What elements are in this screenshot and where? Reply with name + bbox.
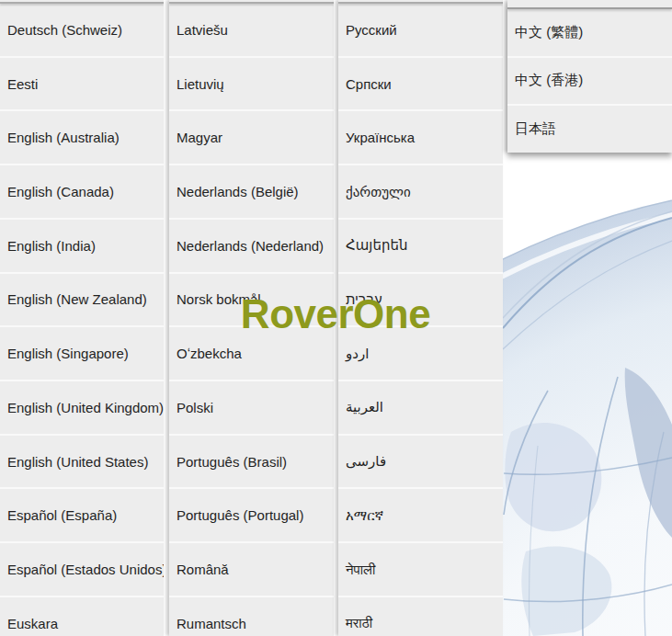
language-items-4: 中文 (繁體)中文 (香港)日本語	[507, 9, 672, 153]
language-item[interactable]: नेपाली	[338, 543, 503, 597]
language-item[interactable]: 中文 (香港)	[507, 58, 672, 107]
language-item[interactable]: Română	[169, 543, 334, 597]
language-item[interactable]: فارسی	[338, 436, 503, 490]
language-item[interactable]: Русский	[338, 4, 503, 58]
language-item[interactable]: ქართული	[338, 165, 503, 220]
language-item[interactable]: Magyar	[169, 111, 334, 165]
language-item[interactable]: Nederlands (Nederland)	[169, 220, 334, 274]
language-item[interactable]: العربية	[338, 381, 503, 436]
language-item[interactable]: Euskara	[0, 597, 164, 636]
language-item[interactable]: English (India)	[0, 220, 164, 274]
language-item[interactable]: Polski	[169, 381, 334, 436]
language-item[interactable]: Eesti	[0, 58, 164, 112]
language-item[interactable]: Nederlands (België)	[169, 165, 334, 220]
column-top-divider	[507, 0, 672, 9]
language-item[interactable]: मराठी	[338, 597, 503, 636]
language-list-column-4[interactable]: 中文 (繁體)中文 (香港)日本語	[507, 0, 672, 153]
language-item[interactable]: English (Singapore)	[0, 327, 164, 381]
language-item[interactable]: Հայերեն	[338, 220, 503, 274]
language-item[interactable]: Español (Estados Unidos)	[0, 543, 164, 597]
language-item[interactable]: Español (España)	[0, 489, 164, 543]
language-item[interactable]: 中文 (繁體)	[507, 9, 672, 58]
language-items-1: Deutsch (Schweiz)EestiEnglish (Australia…	[0, 4, 164, 636]
language-item[interactable]: English (New Zealand)	[0, 274, 164, 328]
language-item[interactable]: 日本語	[507, 106, 672, 153]
language-item[interactable]: Deutsch (Schweiz)	[0, 4, 164, 58]
roverone-watermark: RoverOne	[241, 291, 430, 337]
language-list-column-1[interactable]: Deutsch (Schweiz)EestiEnglish (Australia…	[0, 0, 164, 636]
language-item[interactable]: Српски	[338, 58, 503, 112]
globe-image	[503, 147, 672, 636]
language-item[interactable]: Rumantsch	[169, 597, 334, 636]
language-item[interactable]: Latviešu	[169, 4, 334, 58]
language-item[interactable]: Português (Brasil)	[169, 436, 334, 490]
globe-graphic	[503, 147, 672, 636]
language-item[interactable]: Українська	[338, 111, 503, 165]
language-item[interactable]: English (United Kingdom)	[0, 381, 164, 436]
language-item[interactable]: English (Australia)	[0, 111, 164, 165]
language-item[interactable]: English (Canada)	[0, 165, 164, 220]
language-item[interactable]: English (United States)	[0, 436, 164, 490]
language-item[interactable]: Português (Portugal)	[169, 489, 334, 543]
language-item[interactable]: አማርኛ	[338, 489, 503, 543]
language-item[interactable]: Lietuvių	[169, 58, 334, 112]
